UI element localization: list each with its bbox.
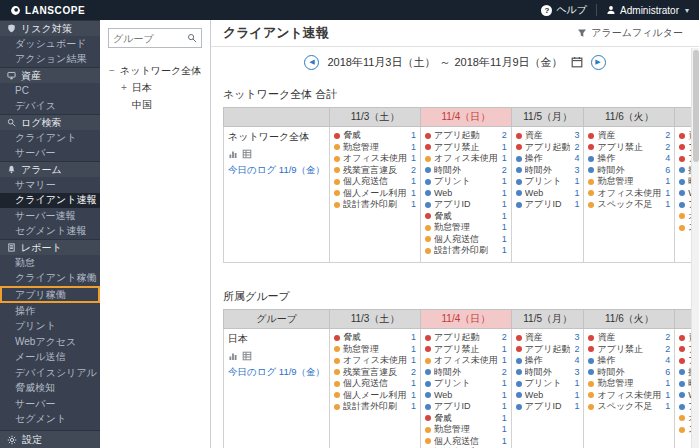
alarm-count-item[interactable]: 時間外3: [516, 165, 580, 177]
alarm-count-item[interactable]: 個人宛送信1: [334, 378, 416, 390]
alarm-count-item[interactable]: オフィス未使用1: [334, 355, 416, 367]
alarm-count-item[interactable]: 操作4: [516, 355, 580, 367]
sidebar-item[interactable]: セグメント速報: [0, 224, 100, 240]
sidebar-item[interactable]: Webアクセス: [0, 334, 100, 350]
sidebar-item[interactable]: デバイスシリアル: [0, 365, 100, 381]
alarm-count-item[interactable]: プリント1: [425, 378, 507, 390]
alarm-count-item[interactable]: 勤怠管理1: [334, 142, 416, 154]
tree-node[interactable]: 中国: [108, 96, 202, 113]
alarm-count-item[interactable]: 個人メール利用1: [334, 188, 416, 200]
next-week-button[interactable]: ▶: [591, 55, 606, 70]
alarm-count-item[interactable]: スペック不足1: [588, 401, 670, 413]
sidebar-item[interactable]: クライアント: [0, 130, 100, 146]
alarm-count-item[interactable]: 勤怠管理1: [588, 176, 670, 188]
alarm-count-item[interactable]: 操作4: [516, 153, 580, 165]
sidebar-section-header[interactable]: アラーム: [0, 161, 100, 177]
alarm-count-item[interactable]: 残業宣言違反2: [334, 165, 416, 177]
alarm-count-item[interactable]: 脅威1: [334, 332, 416, 344]
alarm-count-item[interactable]: 勤怠管理1: [334, 344, 416, 356]
sidebar-section-header[interactable]: レポート: [0, 239, 100, 255]
sidebar-section-header[interactable]: ログ検索: [0, 114, 100, 130]
list-icon[interactable]: [242, 351, 252, 361]
alarm-count-item[interactable]: 時間外6: [588, 165, 670, 177]
alarm-count-item[interactable]: Web1: [425, 390, 507, 402]
alarm-count-item[interactable]: 資産3: [516, 332, 580, 344]
alarm-count-item[interactable]: 時間外6: [588, 367, 670, 379]
sidebar-item[interactable]: サーバー: [0, 396, 100, 412]
alarm-count-item[interactable]: 勤怠管理1: [588, 378, 670, 390]
sidebar-section-header[interactable]: リスク対策: [0, 20, 100, 36]
chart-icon[interactable]: [228, 351, 238, 361]
sidebar-section-header[interactable]: 資産: [0, 67, 100, 83]
alarm-count-item[interactable]: アプリ禁止2: [588, 142, 670, 154]
alarm-count-item[interactable]: アプリID1: [516, 199, 580, 211]
alarm-count-item[interactable]: アプリID1: [425, 401, 507, 413]
sidebar-item[interactable]: 操作: [0, 303, 100, 319]
alarm-count-item[interactable]: Web1: [516, 188, 580, 200]
sidebar-item[interactable]: ダッシュボード: [0, 36, 100, 52]
alarm-count-item[interactable]: 脅威1: [334, 130, 416, 142]
prev-week-button[interactable]: ◀: [304, 55, 319, 70]
alarm-count-item[interactable]: 個人メール利用1: [334, 390, 416, 402]
user-menu[interactable]: Administrator ▾: [606, 5, 689, 16]
alarm-count-item[interactable]: 設計書外印刷1: [425, 245, 507, 257]
sidebar-item[interactable]: サーバー: [0, 146, 100, 162]
alarm-count-item[interactable]: 時間外3: [516, 367, 580, 379]
alarm-count-item[interactable]: 勤怠管理1: [425, 424, 507, 436]
alarm-count-item[interactable]: スペック不足1: [588, 199, 670, 211]
alarm-count-item[interactable]: 操作4: [588, 355, 670, 367]
help-button[interactable]: ? ヘルプ: [541, 3, 587, 17]
tree-node-root[interactable]: − ネットワーク全体: [108, 62, 202, 79]
sidebar-item[interactable]: PC: [0, 83, 100, 99]
group-search-input[interactable]: [113, 33, 187, 44]
calendar-icon[interactable]: [571, 56, 583, 68]
alarm-count-item[interactable]: 個人宛送信1: [334, 176, 416, 188]
chart-icon[interactable]: [228, 149, 238, 159]
alarm-count-item[interactable]: 残業宣言違反2: [334, 367, 416, 379]
tree-node[interactable]: +日本: [108, 79, 202, 96]
alarm-count-item[interactable]: アプリID1: [425, 199, 507, 211]
alarm-count-item[interactable]: 資産2: [588, 130, 670, 142]
alarm-count-item[interactable]: アプリID1: [516, 401, 580, 413]
alarm-count-item[interactable]: アプリ禁止2: [588, 344, 670, 356]
sidebar-item[interactable]: メール送信: [0, 350, 100, 366]
alarm-count-item[interactable]: 個人宛送信1: [425, 234, 507, 246]
alarm-count-item[interactable]: 資産3: [516, 130, 580, 142]
alarm-count-item[interactable]: アプリ起動2: [425, 332, 507, 344]
alarm-count-item[interactable]: 個人宛送信1: [425, 436, 507, 448]
sidebar-item[interactable]: 勤怠: [0, 255, 100, 271]
sidebar-item[interactable]: クライアント稼働: [0, 271, 100, 287]
alarm-count-item[interactable]: 設計書外印刷1: [334, 401, 416, 413]
alarm-count-item[interactable]: 脅威1: [425, 211, 507, 223]
alarm-count-item[interactable]: 時間外2: [425, 367, 507, 379]
alarm-count-item[interactable]: 時間外2: [425, 165, 507, 177]
sidebar-item[interactable]: アクション結果: [0, 52, 100, 68]
sidebar-item[interactable]: クライアント速報: [0, 193, 100, 209]
today-log-link[interactable]: 今日のログ 11/9（金）: [228, 164, 325, 175]
alarm-count-item[interactable]: プリント1: [516, 378, 580, 390]
expand-icon[interactable]: +: [120, 82, 128, 93]
alarm-count-item[interactable]: プリント1: [516, 176, 580, 188]
sidebar-item[interactable]: アプリ稼働: [0, 286, 100, 303]
list-icon[interactable]: [242, 149, 252, 159]
alarm-count-item[interactable]: オフィス未使用1: [334, 153, 416, 165]
sidebar-item[interactable]: 脅威検知: [0, 381, 100, 397]
alarm-count-item[interactable]: プリント1: [425, 176, 507, 188]
alarm-count-item[interactable]: アプリ起動2: [516, 344, 580, 356]
alarm-count-item[interactable]: 勤怠管理1: [425, 222, 507, 234]
sidebar-item[interactable]: セグメント: [0, 412, 100, 428]
alarm-count-item[interactable]: Web1: [516, 390, 580, 402]
collapse-icon[interactable]: −: [108, 65, 116, 76]
sidebar-item[interactable]: サマリー: [0, 177, 100, 193]
sidebar-item[interactable]: デバイス: [0, 99, 100, 115]
alarm-count-item[interactable]: 設計書外印刷1: [334, 199, 416, 211]
sidebar-item-settings[interactable]: 設定: [0, 430, 100, 448]
today-log-link[interactable]: 今日のログ 11/9（金）: [228, 366, 325, 377]
alarm-count-item[interactable]: アプリ起動2: [516, 142, 580, 154]
alarm-count-item[interactable]: オフィス未使用1: [588, 390, 670, 402]
main-scrollbar[interactable]: [691, 48, 699, 448]
alarm-count-item[interactable]: オフィス未使用1: [425, 153, 507, 165]
alarm-filter-button[interactable]: アラームフィルター: [577, 26, 683, 40]
sidebar-item[interactable]: プリント: [0, 319, 100, 335]
alarm-count-item[interactable]: Web1: [425, 188, 507, 200]
